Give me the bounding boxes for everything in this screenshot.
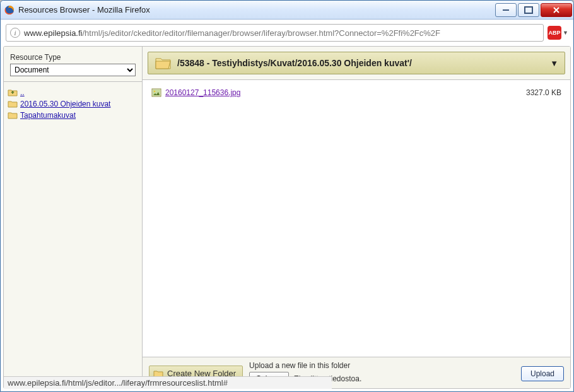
folder-up-icon [8,88,18,98]
file-link[interactable]: 20160127_115636.jpg [165,88,240,97]
address-bar[interactable]: i www.epilepsia.fi/html/js/editor/ckedit… [6,24,544,42]
file-size: 3327.0 KB [526,88,561,97]
tree-item[interactable]: Tapahtumakuvat [8,110,138,121]
window-title: Resources Browser - Mozilla Firefox [18,5,495,14]
firefox-window: Resources Browser - Mozilla Firefox i ww… [0,0,574,392]
abp-extension[interactable]: ABP ▼ [548,26,568,40]
upload-label: Upload a new file in this folder [249,361,515,370]
tree-link[interactable]: Tapahtumakuvat [20,111,76,120]
folder-icon [8,99,18,109]
url-row: i www.epilepsia.fi/html/js/editor/ckedit… [1,20,573,46]
titlebar[interactable]: Resources Browser - Mozilla Firefox [1,1,573,20]
image-file-icon [151,88,161,98]
tree-item[interactable]: 2016.05.30 Ohjeiden kuvat [8,98,138,110]
minimize-button[interactable] [495,3,517,17]
site-info-icon[interactable]: i [10,28,20,38]
svg-point-3 [154,91,155,92]
tree-item-up[interactable]: .. [8,87,138,98]
firefox-icon [4,5,15,15]
file-list: 20160127_115636.jpg 3327.0 KB [143,80,570,357]
main-panel: /53848 - Testiyhdistys/Kuvat/2016.05.30 … [143,47,570,388]
file-row[interactable]: 20160127_115636.jpg 3327.0 KB [151,88,561,98]
resource-type-select[interactable]: Document [10,64,136,76]
chevron-down-icon[interactable]: ▼ [550,59,558,68]
close-button[interactable] [541,3,572,17]
chevron-down-icon: ▼ [563,30,568,36]
current-path: /53848 - Testiyhdistys/Kuvat/2016.05.30 … [177,58,545,68]
status-bar: www.epilepsia.fi/html/js/editor.../lifer… [4,376,332,389]
folder-icon [8,110,18,120]
folder-tree: .. 2016.05.30 Ohjeiden kuvat [4,82,142,388]
url-text: www.epilepsia.fi/html/js/editor/ckeditor… [24,28,539,38]
upload-button[interactable]: Upload [521,366,564,381]
sidebar: Resource Type Document .. [4,47,143,388]
content-frame: Resource Type Document .. [3,46,571,389]
status-text: www.epilepsia.fi/html/js/editor.../lifer… [8,378,228,388]
window-controls [495,3,572,17]
resource-type-label: Resource Type [10,53,136,62]
maximize-button[interactable] [518,3,539,17]
tree-link[interactable]: 2016.05.30 Ohjeiden kuvat [20,100,110,108]
folder-open-icon [155,55,172,71]
abp-icon: ABP [548,26,561,40]
tree-link[interactable]: .. [20,88,25,97]
path-bar[interactable]: /53848 - Testiyhdistys/Kuvat/2016.05.30 … [148,52,565,74]
